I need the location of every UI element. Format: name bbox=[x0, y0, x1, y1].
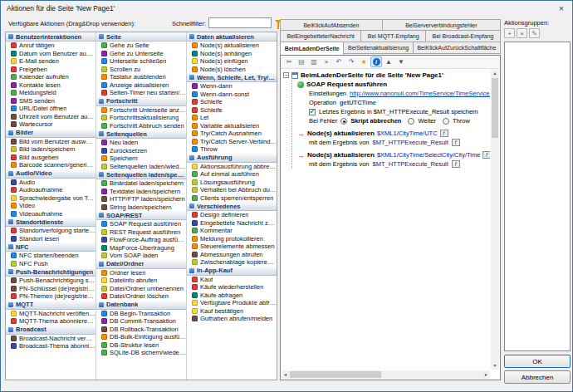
action-group-header[interactable]: Verschiedenes bbox=[187, 202, 277, 211]
action-item[interactable]: String laden/speichern bbox=[96, 203, 186, 212]
action-group-header[interactable]: Seite bbox=[96, 32, 186, 42]
action-group-header[interactable]: Broadcast bbox=[6, 326, 96, 335]
action-item[interactable]: HTTP/FTP laden/speichern bbox=[96, 195, 186, 203]
scroll-right-arrow-icon[interactable]: ► bbox=[482, 370, 490, 379]
action-item[interactable]: Unterseite schließen bbox=[96, 57, 186, 66]
action-item[interactable]: Bild laden/speichern bbox=[6, 145, 96, 154]
action-item[interactable]: Auf einmal ausführen bbox=[187, 170, 277, 179]
action-item[interactable]: Kauf bbox=[187, 276, 277, 284]
quick-filter-input[interactable] bbox=[208, 17, 272, 28]
action-item[interactable]: Uhrzeit vom Benutzer auswählen bbox=[6, 113, 96, 121]
undo-icon[interactable]: ↶ bbox=[333, 56, 345, 67]
soap-action-row[interactable]: SOAP Request ausführen bbox=[297, 80, 490, 89]
action-item[interactable]: Sprachwiedergabe von Text bbox=[6, 194, 96, 203]
action-item[interactable]: Käufe wiederherstellen bbox=[187, 283, 277, 292]
update-action-row[interactable]: →Node(s) aktualisieren$XML1/CityTime/Sel… bbox=[297, 150, 490, 159]
tree-root-row[interactable]: − BeimLadenDerSeite für die Seite 'New P… bbox=[283, 71, 490, 80]
action-item[interactable]: Verfügbare Produkte abfragen bbox=[187, 299, 277, 307]
action-item[interactable]: NFC starten/beenden bbox=[6, 252, 96, 260]
tab-beiseitenaktualisierung[interactable]: BeiSeitenaktualisierung bbox=[344, 42, 413, 54]
action-group-header[interactable]: NFC bbox=[6, 243, 96, 252]
xpath-edit-icon[interactable]: ƒ bbox=[452, 139, 460, 146]
action-item[interactable]: FlowForce-Auftrag ausführen bbox=[96, 236, 186, 244]
tab-beieingebetteternachricht[interactable]: BeiEingebetteterNachricht bbox=[280, 31, 361, 42]
xpath-edit-icon[interactable]: ƒ bbox=[482, 151, 490, 159]
action-item[interactable]: Datum vom Benutzer auswählen bbox=[6, 50, 96, 58]
action-item[interactable]: Freigeben bbox=[6, 66, 96, 74]
action-item[interactable]: MQTT-Nachricht veröffentlichen bbox=[6, 310, 96, 318]
horizontal-scroll-thumb[interactable] bbox=[290, 371, 381, 378]
cancel-button[interactable]: Abbrechen bbox=[504, 370, 571, 384]
action-item[interactable]: Throw bbox=[187, 145, 277, 154]
action-item[interactable]: Zurücksetzen bbox=[96, 147, 186, 155]
action-item[interactable]: Barcode scannen/generieren bbox=[6, 161, 96, 169]
action-item[interactable]: NFC Push bbox=[6, 260, 96, 268]
radio-weiter[interactable] bbox=[408, 118, 414, 125]
action-item[interactable]: Broadcast-Nachricht veröffentlichen bbox=[6, 335, 96, 343]
action-item[interactable]: Bild ausgeben bbox=[6, 154, 96, 162]
action-item[interactable]: Standortverfolgung starten/beenden bbox=[6, 227, 96, 235]
action-group-header[interactable]: In-App-Kauf bbox=[187, 267, 277, 276]
xpath-edit-icon[interactable]: ƒ bbox=[452, 160, 460, 168]
action-item[interactable]: Anruf tätigen bbox=[6, 42, 96, 50]
action-item[interactable]: Zwischenablage kopieren/einfügen bbox=[187, 258, 277, 267]
action-group-header[interactable]: Fortschritt bbox=[96, 97, 186, 106]
ok-button[interactable]: OK bbox=[504, 355, 571, 368]
action-item[interactable]: DB-Bulk-Einfügung ausführen bbox=[96, 333, 186, 341]
action-item[interactable]: Datei/Ordner umbenennen bbox=[96, 285, 186, 293]
scroll-up-arrow-icon[interactable]: ▲ bbox=[491, 70, 499, 77]
update-action-row[interactable]: →Node(s) aktualisieren$XML1/CityTime/UTC… bbox=[297, 129, 490, 138]
action-item[interactable]: Lösungsausführung bbox=[187, 179, 277, 187]
tab-bei-mqtt-empfang[interactable]: Bei MQTT-Empfang bbox=[361, 31, 426, 42]
radio-skript-abbrechen[interactable] bbox=[340, 118, 347, 125]
action-item[interactable]: Eingebettete Nachricht zurück bbox=[187, 219, 277, 228]
tab-beimladenderseite[interactable]: BeimLadenDerSeite bbox=[280, 42, 344, 55]
action-group-header[interactable]: Wenn, Schleife, Let, Try/Catch, Throw bbox=[187, 73, 277, 82]
action-item[interactable]: Kalender aufrufen bbox=[6, 73, 96, 81]
action-item[interactable]: Kontakte lesen bbox=[6, 81, 96, 90]
action-item[interactable]: Verhalten bei Abbruch durch Benutzer bbox=[187, 186, 277, 194]
tab-bei-broadcast-empfang[interactable]: Bei Broadcast-Empfang bbox=[426, 31, 501, 42]
action-group-header[interactable]: SOAP/REST bbox=[96, 211, 186, 220]
action-item[interactable]: SOAP Request ausführen bbox=[96, 220, 186, 228]
paste-icon[interactable]: ▥ bbox=[308, 56, 320, 67]
tab-beiserververbindungsfehler[interactable]: BeiSerververbindungsfehler bbox=[383, 19, 501, 31]
move-down-icon[interactable]: ▼ bbox=[395, 56, 407, 67]
action-groups-list[interactable] bbox=[504, 42, 571, 351]
action-item[interactable]: Abmessungen abrufen bbox=[187, 251, 277, 259]
soap-url-link[interactable]: http://www.nanonull.com/TimeService/Time… bbox=[350, 90, 490, 97]
action-item[interactable]: DB Commit-Transaktion bbox=[96, 317, 186, 326]
action-item[interactable]: Clients sperren/entsperren bbox=[187, 194, 277, 203]
xpath-edit-icon[interactable]: ƒ bbox=[440, 130, 448, 137]
action-item[interactable]: Kommentar bbox=[187, 227, 277, 235]
action-item[interactable]: REST Request ausführen bbox=[96, 228, 186, 237]
action-item[interactable]: SMS senden bbox=[6, 97, 96, 105]
action-item[interactable]: Schleife bbox=[187, 106, 277, 115]
action-item[interactable]: DB-Struktur lesen bbox=[96, 341, 186, 350]
action-item[interactable]: Audio bbox=[6, 179, 96, 187]
action-item[interactable]: Textdatei laden/speichern bbox=[96, 188, 186, 196]
action-group-header[interactable]: Audio/Video bbox=[6, 169, 96, 179]
rename-action-group-icon[interactable]: ✎ bbox=[529, 28, 540, 38]
action-item[interactable]: Videoaufnahme bbox=[6, 210, 96, 218]
magic-wand-icon[interactable]: ★ bbox=[358, 56, 370, 67]
action-item[interactable]: URL/Datei öffnen bbox=[6, 105, 96, 113]
action-item[interactable]: Meldungsfeld bbox=[6, 89, 96, 97]
action-group-header[interactable]: Ausführung bbox=[187, 154, 277, 163]
cut-icon[interactable]: ✂ bbox=[283, 56, 295, 67]
scroll-left-arrow-icon[interactable]: ◄ bbox=[282, 370, 289, 379]
add-action-group-icon[interactable]: + bbox=[504, 28, 515, 38]
save-result-checkbox[interactable]: ✔ bbox=[309, 109, 316, 115]
action-item[interactable]: Fortschritt Abbruch senden bbox=[96, 122, 186, 130]
tab-beiklickaufzurückschaltfläche[interactable]: BeiKlickAufZurückSchaltfläche bbox=[414, 42, 501, 54]
action-item[interactable]: Node(s) einfügen bbox=[187, 57, 277, 66]
action-group-header[interactable]: Seitenquellen bbox=[96, 130, 186, 139]
action-item[interactable]: Speichern bbox=[96, 154, 186, 163]
action-group-header[interactable]: Push-Benachrichtigungen bbox=[6, 267, 96, 277]
action-item[interactable]: Audioaufnahme bbox=[6, 186, 96, 194]
action-item[interactable]: E-Mail senden bbox=[6, 57, 96, 66]
action-group-header[interactable]: Seitenquellen laden/speichern bbox=[96, 170, 186, 179]
action-item[interactable]: Steuerelemente abmessen bbox=[187, 243, 277, 251]
delete-icon[interactable]: × bbox=[321, 56, 332, 67]
action-item[interactable]: Bild vom Benutzer auswählen lassen bbox=[6, 138, 96, 146]
